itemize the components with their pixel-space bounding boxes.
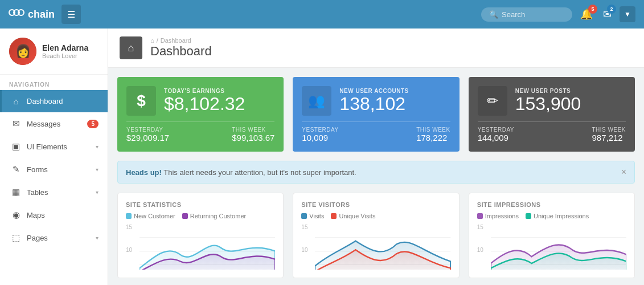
alert-strong: Heads up!	[126, 168, 162, 177]
messages-nav-badge: 5	[87, 120, 99, 128]
legend-dot	[331, 213, 337, 219]
charts-row: SITE STATISTICS New Customer Returning C…	[108, 184, 644, 285]
chart-title: SITE STATISTICS	[126, 201, 275, 208]
messages-badge: 2	[607, 5, 616, 14]
hamburger-button[interactable]: ☰	[61, 5, 81, 24]
card-main: NEW USER POSTS 153,900	[515, 88, 581, 114]
navbar-right: 🔍 🔔 5 ✉ 2 ▼	[481, 6, 635, 23]
sidebar-item-forms[interactable]: ✎ Forms ▾	[0, 158, 108, 181]
sidebar: 👩 Elen Adarna Beach Lover Navigation ⌂ D…	[0, 28, 108, 285]
card-stat-thisweek: THIS WEEK $99,103.67	[232, 127, 274, 142]
site-impressions-chart: SITE IMPRESSIONS Impressions Unique Impr…	[469, 193, 635, 278]
posts-card: ✏ NEW USER POSTS 153,900 YESTERDAY 144,0…	[469, 77, 635, 152]
sidebar-item-tables[interactable]: ▦ Tables ▾	[0, 181, 108, 203]
chart-title: SITE VISITORS	[301, 201, 450, 208]
legend-label: Returning Customer	[190, 213, 246, 219]
brand-name: chain	[28, 9, 55, 21]
stat-label: THIS WEEK	[416, 127, 450, 133]
stat-value: 10,009	[302, 133, 338, 142]
legend-label: Unique Visits	[339, 213, 375, 219]
card-stat-yesterday: YESTERDAY $29,009.17	[126, 127, 169, 142]
main-layout: 👩 Elen Adarna Beach Lover Navigation ⌂ D…	[0, 28, 644, 285]
alert-text: Heads up! This alert needs your attentio…	[126, 168, 356, 177]
card-bottom: YESTERDAY $29,009.17 THIS WEEK $99,103.6…	[126, 121, 274, 142]
dashboard-icon: ⌂	[11, 96, 21, 106]
breadcrumb: ⌂ / Dashboard	[150, 37, 212, 44]
sidebar-item-label: Dashboard	[27, 97, 99, 105]
card-value: 138,102	[339, 94, 408, 114]
legend-label: Impressions	[485, 213, 519, 219]
sidebar-item-maps[interactable]: ◉ Maps	[0, 203, 108, 226]
stat-value: 144,009	[478, 133, 514, 142]
search-icon: 🔍	[489, 10, 498, 19]
sidebar-item-label: UI Elements	[27, 142, 90, 151]
chart-area: 15 10	[126, 224, 275, 270]
tables-icon: ▦	[11, 187, 21, 197]
sidebar-item-label: Forms	[27, 165, 90, 174]
sidebar-item-dashboard[interactable]: ⌂ Dashboard	[0, 90, 108, 112]
user-name: Elen Adarna	[42, 43, 88, 52]
earnings-card: $ TODAY'S EARNINGS $8,102.32 YESTERDAY $…	[117, 77, 284, 152]
stat-value: 178,222	[416, 133, 450, 142]
brand-icon	[9, 6, 24, 22]
card-bottom: YESTERDAY 10,009 THIS WEEK 178,222	[302, 121, 450, 142]
legend-item: Impressions	[477, 213, 519, 219]
sidebar-item-label: Messages	[27, 120, 81, 128]
page-header: ⌂ ⌂ / Dashboard Dashboard	[108, 28, 644, 68]
card-stat-thisweek: THIS WEEK 178,222	[416, 127, 450, 142]
sidebar-item-label: Tables	[27, 188, 90, 197]
alert-close-button[interactable]: ×	[621, 167, 626, 177]
legend-dot	[301, 213, 307, 219]
card-value: 153,900	[515, 94, 581, 114]
user-info: Elen Adarna Beach Lover	[42, 43, 88, 59]
breadcrumb-separator: /	[157, 37, 158, 44]
messages-button[interactable]: ✉ 2	[601, 6, 614, 23]
stat-label: THIS WEEK	[232, 127, 274, 133]
stat-label: YESTERDAY	[478, 127, 514, 133]
earnings-icon: $	[126, 86, 156, 116]
legend-item: New Customer	[126, 213, 175, 219]
stat-value: 987,212	[592, 133, 626, 142]
messages-icon: ✉	[11, 119, 21, 129]
stat-value: $29,009.17	[126, 133, 169, 142]
stat-label: YESTERDAY	[302, 127, 338, 133]
maps-icon: ◉	[11, 210, 21, 220]
legend-dot	[182, 213, 188, 219]
breadcrumb-area: ⌂ / Dashboard Dashboard	[150, 37, 212, 59]
search-input[interactable]	[502, 10, 564, 19]
chart-area: 15 10	[477, 224, 626, 270]
page-header-icon: ⌂	[120, 36, 142, 59]
card-stat-thisweek: THIS WEEK 987,212	[592, 127, 626, 142]
legend-label: New Customer	[134, 213, 175, 219]
sidebar-item-label: Maps	[27, 211, 99, 219]
user-dropdown-button[interactable]: ▼	[620, 6, 635, 22]
legend-label: Visits	[309, 213, 324, 219]
notifications-button[interactable]: 🔔 5	[578, 6, 595, 23]
legend-item: Returning Customer	[182, 213, 246, 219]
chevron-down-icon: ▾	[96, 144, 99, 150]
users-icon: 👥	[302, 86, 331, 116]
alert-banner: Heads up! This alert needs your attentio…	[117, 161, 635, 184]
card-stat-yesterday: YESTERDAY 10,009	[302, 127, 338, 142]
posts-icon: ✏	[478, 86, 507, 116]
card-main: TODAY'S EARNINGS $8,102.32	[164, 88, 245, 114]
legend-dot	[477, 213, 483, 219]
legend-label: Unique Impressions	[534, 213, 589, 219]
sidebar-item-messages[interactable]: ✉ Messages 5	[0, 112, 108, 135]
ui-elements-icon: ▣	[11, 141, 21, 152]
sidebar-item-pages[interactable]: ⬚ Pages ▾	[0, 226, 108, 249]
legend-item: Unique Visits	[331, 213, 375, 219]
site-visitors-chart: SITE VISITORS Visits Unique Visits 15 10	[293, 193, 459, 278]
chart-svg	[140, 224, 275, 270]
sidebar-user: 👩 Elen Adarna Beach Lover	[0, 28, 108, 75]
legend-dot	[126, 213, 132, 219]
stat-value: $99,103.67	[232, 133, 274, 142]
brand: chain	[9, 6, 55, 22]
chart-svg	[315, 224, 450, 270]
navbar-left: chain ☰	[9, 5, 81, 24]
sidebar-item-ui-elements[interactable]: ▣ UI Elements ▾	[0, 135, 108, 158]
chart-legend: New Customer Returning Customer	[126, 213, 275, 219]
breadcrumb-current: Dashboard	[161, 37, 191, 44]
chart-title: SITE IMPRESSIONS	[477, 201, 626, 208]
avatar: 👩	[9, 38, 36, 65]
